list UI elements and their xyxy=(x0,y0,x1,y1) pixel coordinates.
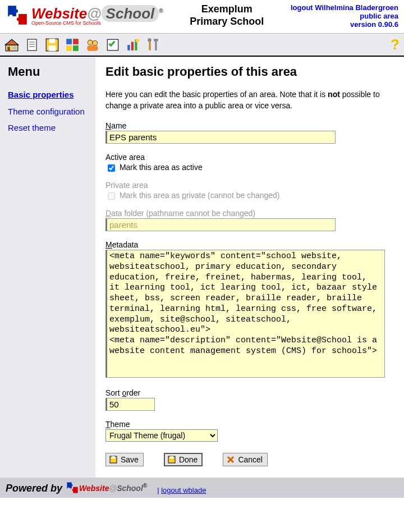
svg-rect-10 xyxy=(49,45,56,51)
help-icon[interactable]: ? xyxy=(391,36,400,53)
private-checkbox-row: Mark this area as private (cannot be cha… xyxy=(105,191,394,200)
svg-rect-3 xyxy=(13,47,16,49)
school-name: Exemplum Primary School xyxy=(163,3,291,27)
footer-logo: Website@School® xyxy=(66,481,147,494)
private-checkbox xyxy=(108,192,115,200)
users-icon[interactable] xyxy=(85,38,100,52)
datafolder-label: Data folder (pathname cannot be changed) xyxy=(105,209,394,218)
home-icon[interactable] xyxy=(4,38,19,52)
intro-text: Here you can edit the basic properties o… xyxy=(105,89,394,111)
svg-point-24 xyxy=(148,38,152,42)
sortorder-label: Sort order xyxy=(105,388,394,397)
modules-icon[interactable] xyxy=(65,38,80,52)
datafolder-input xyxy=(105,218,336,231)
cancel-button[interactable]: Cancel xyxy=(223,453,268,466)
toolbar: ? xyxy=(0,33,404,57)
svg-rect-13 xyxy=(66,45,72,51)
done-icon xyxy=(168,456,176,464)
theme-select[interactable]: Frugal Theme (frugal) xyxy=(105,429,218,442)
button-row: Save Done Cancel xyxy=(105,453,394,466)
content: Edit basic properties of this area Here … xyxy=(95,57,404,478)
tools-icon[interactable] xyxy=(146,38,160,52)
puzzle-icon xyxy=(6,3,29,27)
svg-point-16 xyxy=(93,40,98,45)
theme-label: Theme xyxy=(105,420,394,429)
save-button[interactable]: Save xyxy=(105,453,144,466)
metadata-textarea[interactable] xyxy=(105,250,385,378)
svg-rect-9 xyxy=(49,39,56,43)
svg-rect-26 xyxy=(154,39,158,41)
footer: Powered by Website@School® | logout wbla… xyxy=(0,478,404,498)
svg-point-22 xyxy=(135,39,139,43)
svg-rect-11 xyxy=(66,39,72,44)
sidebar-title: Menu xyxy=(8,65,90,79)
app-logo: Website@School® Open-Source CMS for Scho… xyxy=(6,3,163,27)
svg-rect-19 xyxy=(127,45,130,51)
active-checkbox-row: Mark this area as active xyxy=(105,163,394,172)
page-icon[interactable] xyxy=(25,38,39,52)
version-link[interactable]: version 0.90.6 xyxy=(291,20,398,29)
checklist-icon[interactable] xyxy=(105,38,120,52)
name-label: Name xyxy=(105,121,394,130)
done-button[interactable]: Done xyxy=(164,453,203,466)
header-links: logout Wilhelmina Bladergroen public are… xyxy=(291,3,398,29)
svg-rect-4 xyxy=(27,39,36,51)
page-title: Edit basic properties of this area xyxy=(105,65,394,79)
svg-rect-20 xyxy=(131,42,134,50)
svg-rect-14 xyxy=(73,45,79,51)
svg-rect-17 xyxy=(87,45,98,51)
cancel-icon xyxy=(227,456,235,464)
stats-icon[interactable] xyxy=(126,38,140,52)
metadata-label: Metadata xyxy=(105,240,394,249)
logo-tagline: Open-Source CMS for Schools xyxy=(31,20,163,26)
sidebar-item-reset-theme[interactable]: Reset theme xyxy=(8,122,90,134)
private-area-label: Private area xyxy=(105,181,394,190)
svg-marker-1 xyxy=(5,39,19,45)
public-area-link[interactable]: public area xyxy=(291,12,398,20)
svg-rect-2 xyxy=(7,47,10,51)
active-checkbox[interactable] xyxy=(108,164,115,172)
svg-rect-30 xyxy=(170,456,173,458)
name-input[interactable] xyxy=(105,131,336,144)
footer-puzzle-icon xyxy=(66,481,79,494)
sidebar: Menu Basic properties Theme configuratio… xyxy=(0,57,95,478)
footer-logout-link[interactable]: logout wblade xyxy=(161,486,206,494)
header: Website@School® Open-Source CMS for Scho… xyxy=(0,0,404,30)
svg-rect-18 xyxy=(107,39,118,51)
save-icon xyxy=(109,456,117,464)
footer-logout: | logout wblade xyxy=(157,486,206,494)
active-area-label: Active area xyxy=(105,153,394,162)
svg-rect-28 xyxy=(112,456,115,458)
powered-by-text: Powered by xyxy=(6,483,62,494)
sortorder-input[interactable] xyxy=(105,398,155,411)
sidebar-item-theme-configuration[interactable]: Theme configuration xyxy=(8,106,90,117)
disk-icon[interactable] xyxy=(45,38,59,52)
sidebar-item-basic-properties[interactable]: Basic properties xyxy=(8,89,90,100)
svg-point-15 xyxy=(88,40,93,45)
svg-rect-12 xyxy=(73,39,79,44)
logout-link[interactable]: logout Wilhelmina Bladergroen xyxy=(291,3,398,12)
